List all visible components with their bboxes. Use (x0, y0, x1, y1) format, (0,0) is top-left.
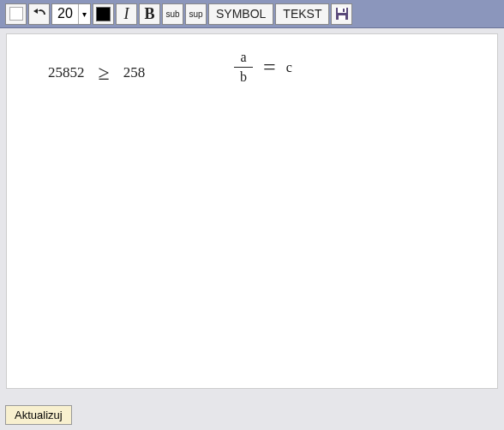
italic-label: I (124, 5, 129, 23)
color-swatch-icon (96, 7, 111, 21)
symbol-button[interactable]: SYMBOL (208, 3, 273, 25)
fraction: a b (234, 50, 253, 86)
symbol-label: SYMBOL (216, 7, 266, 21)
undo-button[interactable] (28, 3, 50, 25)
expression-inequality[interactable]: 25852 ≥ 258 (48, 63, 145, 83)
sub-label: sub (165, 9, 179, 19)
toolbar: 20 ▾ I B sub sup SYMBOL TEKST (0, 0, 504, 28)
bold-button[interactable]: B (139, 3, 160, 25)
subscript-button[interactable]: sub (162, 3, 183, 25)
fraction-denominator: b (240, 69, 247, 85)
superscript-button[interactable]: sup (185, 3, 207, 25)
svg-rect-2 (339, 15, 345, 20)
equals-symbol: = (263, 57, 276, 79)
save-button[interactable] (331, 3, 352, 25)
italic-button[interactable]: I (116, 3, 137, 25)
canvas-area: 25852 ≥ 258 a b = c (0, 28, 504, 394)
bold-label: B (144, 5, 154, 23)
svg-rect-3 (343, 9, 345, 12)
expr2-right: c (286, 60, 292, 75)
font-size-value: 20 (52, 6, 78, 21)
expr1-left: 25852 (48, 64, 85, 81)
expr1-right: 258 (123, 64, 146, 81)
sup-label: sup (189, 9, 202, 19)
blank-icon (9, 7, 23, 21)
text-button[interactable]: TEKST (275, 3, 329, 25)
fraction-numerator: a (240, 50, 246, 65)
new-doc-button[interactable] (5, 3, 27, 25)
color-picker-button[interactable] (93, 3, 114, 25)
footer: Aktualizuj (5, 405, 72, 425)
text-label: TEKST (283, 7, 321, 21)
undo-icon (33, 7, 46, 21)
svg-rect-1 (338, 8, 346, 13)
expression-fraction[interactable]: a b = c (234, 50, 292, 86)
editor-canvas[interactable]: 25852 ≥ 258 a b = c (6, 33, 498, 389)
save-icon (335, 7, 349, 21)
chevron-down-icon[interactable]: ▾ (78, 4, 90, 24)
greater-equal-symbol: ≥ (99, 63, 110, 83)
update-button[interactable]: Aktualizuj (5, 405, 72, 425)
fraction-bar (234, 67, 253, 68)
font-size-selector[interactable]: 20 ▾ (51, 3, 91, 25)
